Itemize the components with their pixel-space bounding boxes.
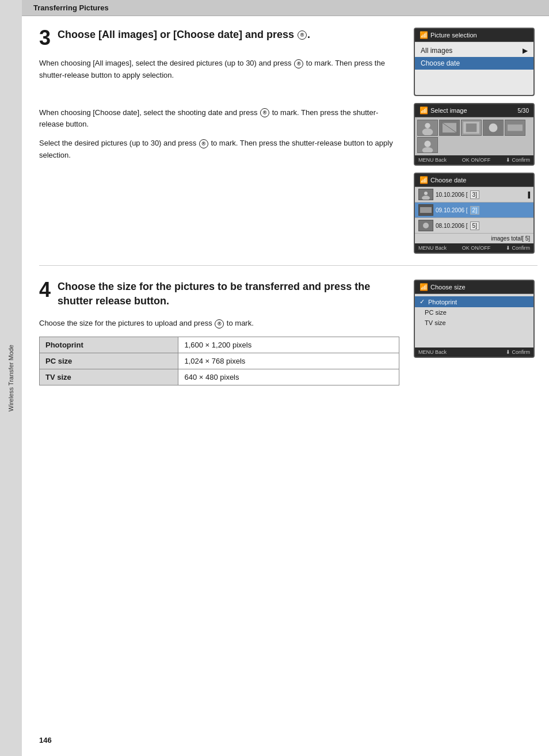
ok-button-icon: ®: [298, 30, 307, 40]
size-table: Photoprint 1,600 × 1,200 pixels PC size …: [39, 337, 399, 385]
choose-date-item[interactable]: Choose date: [415, 57, 533, 70]
svg-point-1: [425, 123, 430, 128]
size-label-tv: TV size: [40, 369, 178, 385]
size-pc-item[interactable]: PC size: [415, 307, 533, 318]
step4-heading: 4 Choose the size for the pictures to be…: [39, 280, 399, 308]
date-row-3: 08.10.2006 [ 5]: [415, 218, 533, 234]
svg-point-22: [423, 223, 429, 228]
images-total: images total[ 5]: [415, 234, 533, 243]
svg-point-10: [489, 124, 498, 132]
camera-ui-choose-size: 📶 Choose size ✓ Photoprint PC size: [414, 280, 535, 358]
no-check-1: [420, 309, 421, 316]
svg-rect-8: [466, 124, 477, 132]
step3-right: 📶 Picture selection All images ▶ Choose …: [411, 28, 537, 254]
date-2-count: 2]: [470, 206, 479, 215]
date-footer-back: MENU Back: [418, 245, 447, 251]
date-thumb-2: [418, 204, 433, 216]
step3-body1: When choosing [All images], select the d…: [39, 58, 399, 82]
size-value-tv: 640 × 480 pixels: [178, 369, 399, 385]
camera-ui-header-4: 📶 Choose size: [415, 281, 533, 294]
header-title: Transferring Pictures: [33, 3, 109, 12]
thumb-1: [417, 120, 438, 136]
date-footer-confirm: ⬇ Confirm: [506, 245, 530, 251]
camera-ui-choose-date: 📶 Choose date 10.10.2006 [ 3] ▐: [414, 173, 535, 254]
table-row-photoprint: Photoprint 1,600 × 1,200 pixels: [40, 337, 399, 353]
step3-body3: Select the desired pictures (up to 30) a…: [39, 138, 399, 162]
page-container: Wireless Transfer Mode Transferring Pict…: [0, 0, 549, 756]
wireless-icon-4: 📶: [420, 283, 428, 291]
thumb-2: [439, 120, 460, 136]
picture-selection-title: Picture selection: [430, 32, 477, 39]
ok-icon-4: ®: [215, 319, 224, 329]
date-thumb-3: [418, 220, 433, 231]
all-images-item[interactable]: All images ▶: [415, 44, 533, 57]
page-header: Transferring Pictures: [22, 0, 549, 16]
size-photoprint-item[interactable]: ✓ Photoprint: [415, 296, 533, 307]
date-1-text: 10.10.2006 [: [436, 192, 468, 198]
step4-left: 4 Choose the size for the pictures to be…: [39, 280, 411, 385]
choose-size-footer: MENU Back ⬇ Confirm: [415, 348, 533, 357]
main-content: Transferring Pictures 3 Choose [All imag…: [22, 0, 549, 756]
choose-date-title: Choose date: [430, 177, 466, 184]
step4-section: 4 Choose the size for the pictures to be…: [39, 280, 537, 397]
thumb-6: [417, 137, 438, 153]
svg-point-17: [424, 192, 428, 195]
sidebar-label: Wireless Transfer Mode: [7, 345, 14, 411]
size-label-pc: PC size: [40, 353, 178, 369]
date-row-2[interactable]: 09.10.2006 [ 2]: [415, 203, 533, 218]
date-3-count: 5]: [470, 222, 479, 230]
svg-rect-12: [508, 124, 523, 131]
step4-number: 4: [39, 280, 51, 300]
camera-ui-header-1: 📶 Picture selection: [415, 29, 533, 42]
no-check-2: [420, 319, 421, 326]
select-image-footer: MENU Back OK ON/OFF ⬇ Confirm: [415, 155, 533, 165]
image-counter: 5/30: [518, 108, 529, 114]
wireless-icon-3: 📶: [420, 176, 428, 184]
step3-body2: When choosing [Choose date], select the …: [39, 107, 399, 131]
step4-heading-text: Choose the size for the pictures to be t…: [58, 281, 370, 307]
step4-right: 📶 Choose size ✓ Photoprint PC size: [411, 280, 537, 385]
date-thumb-1: [418, 189, 433, 200]
wireless-icon: 📶: [420, 31, 428, 39]
page-number: 146: [39, 736, 52, 744]
size-value-photoprint: 1,600 × 1,200 pixels: [178, 337, 399, 353]
date-3-text: 08.10.2006 [: [436, 223, 468, 229]
wireless-icon-2: 📶: [420, 106, 428, 114]
date-row-1: 10.10.2006 [ 3] ▐: [415, 187, 533, 203]
date-footer-onoff: OK ON/OFF: [462, 245, 491, 251]
ok-icon-3: ®: [199, 139, 208, 148]
svg-rect-20: [420, 207, 432, 213]
select-image-title: Select image: [430, 107, 467, 114]
step3-heading-text: Choose [All images] or [Choose date] and…: [58, 29, 310, 40]
step3-section: 3 Choose [All images] or [Choose date] a…: [39, 28, 537, 266]
footer-confirm: ⬇ Confirm: [506, 157, 530, 163]
spacer1: [415, 70, 533, 93]
date-1-count: 3]: [470, 190, 479, 199]
thumbnails-area: [415, 117, 533, 155]
size-menu: ✓ Photoprint PC size TV size: [415, 294, 533, 348]
date-list: 10.10.2006 [ 3] ▐ 09.10.2006 [ 2]: [415, 187, 533, 243]
camera-ui-select-image: 📶 Select image 5/30: [414, 103, 535, 166]
date-1-scroll: ▐: [526, 192, 530, 198]
size-label-photoprint: Photoprint: [40, 337, 178, 353]
footer-onoff: OK ON/OFF: [462, 157, 491, 163]
size-tv-item[interactable]: TV size: [415, 318, 533, 328]
step3-left: 3 Choose [All images] or [Choose date] a…: [39, 28, 411, 254]
ok-icon-2: ®: [260, 108, 269, 117]
date-2-text: 09.10.2006 [: [436, 207, 468, 213]
svg-point-14: [424, 141, 430, 147]
size-spacer: [415, 328, 533, 345]
step3-heading: 3 Choose [All images] or [Choose date] a…: [39, 28, 399, 48]
camera-ui-header-3: 📶 Choose date: [415, 174, 533, 187]
check-icon: ✓: [420, 298, 425, 306]
step3-number: 3: [39, 28, 51, 48]
camera-ui-picture-selection: 📶 Picture selection All images ▶ Choose …: [414, 28, 535, 96]
footer-back: MENU Back: [418, 157, 447, 163]
camera-ui-body-1: All images ▶ Choose date: [415, 42, 533, 95]
ok-icon-1: ®: [294, 59, 303, 68]
step4-body: Choose the size for the pictures to uplo…: [39, 318, 399, 330]
choose-size-title: Choose size: [430, 284, 466, 291]
camera-ui-header-2: 📶 Select image 5/30: [415, 104, 533, 117]
thumb-4: [483, 120, 504, 136]
table-row-tv: TV size 640 × 480 pixels: [40, 369, 399, 385]
